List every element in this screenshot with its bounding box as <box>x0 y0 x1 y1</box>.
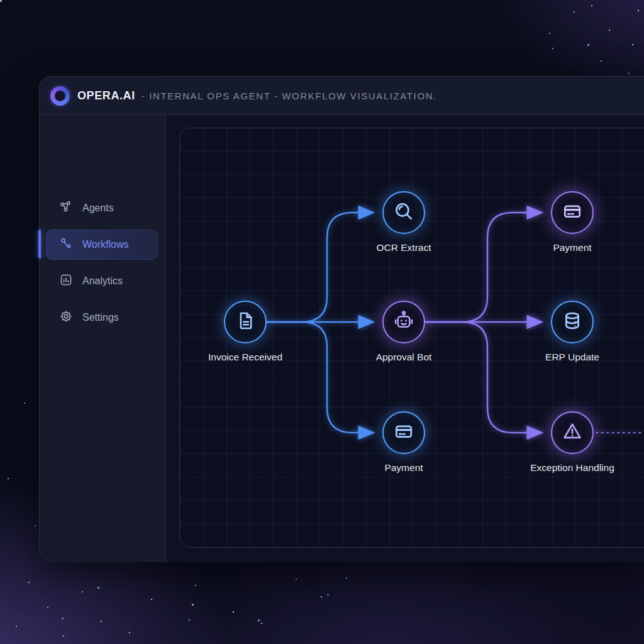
sidebar-item-analytics[interactable]: Analytics <box>46 266 158 296</box>
node-label-approval-bot: Approval Bot <box>335 352 473 363</box>
sidebar-item-label: Workflows <box>82 239 129 250</box>
sidebar-item-workflows[interactable]: Workflows <box>46 230 158 260</box>
sidebar-item-label: Agents <box>82 203 114 214</box>
node-label-erp-update: ERP Update <box>503 352 641 363</box>
node-exception-handling[interactable] <box>551 411 594 454</box>
node-approval-bot[interactable] <box>382 301 425 343</box>
bar-chart-icon <box>59 273 73 289</box>
active-nav-indicator <box>38 230 41 258</box>
database-icon <box>561 309 584 335</box>
robot-icon <box>392 309 415 335</box>
sidebar-item-label: Settings <box>82 312 119 323</box>
header-subtitle: - INTERNAL OPS AGENT - WORKFLOW VISUALIZ… <box>142 91 437 101</box>
node-erp-update[interactable] <box>551 301 594 343</box>
node-label-payment-bottom: Payment <box>335 462 473 474</box>
sidebar: Agents Workflows Analy <box>40 115 166 562</box>
starfield-large <box>0 0 2 2</box>
magnifier-icon <box>392 200 415 225</box>
agents-network-icon <box>59 200 73 216</box>
node-payment-bottom[interactable] <box>382 411 425 454</box>
sidebar-item-settings[interactable]: Settings <box>46 303 158 333</box>
sidebar-item-label: Analytics <box>82 275 123 287</box>
gear-icon <box>59 309 73 326</box>
node-label-ocr-extract: OCR Extract <box>335 242 473 253</box>
node-label-exception-handling: Exception Handling <box>503 462 641 474</box>
node-invoice-received[interactable] <box>224 301 267 343</box>
node-payment-top[interactable] <box>551 191 594 234</box>
sidebar-item-agents[interactable]: Agents <box>46 193 158 223</box>
node-ocr-extract[interactable] <box>382 191 425 234</box>
warning-icon <box>561 420 584 445</box>
credit-card-icon <box>392 420 415 445</box>
brand-title: OPERA.AI <box>77 89 135 103</box>
credit-card-icon <box>561 200 584 225</box>
node-label-invoice-received: Invoice Received <box>176 352 314 363</box>
workflow-branch-icon <box>59 236 73 253</box>
opera-logo-icon <box>50 86 70 106</box>
node-label-payment-top: Payment <box>503 242 641 253</box>
header: OPERA.AI - INTERNAL OPS AGENT - WORKFLOW… <box>40 77 644 115</box>
screen: OPERA.AI - INTERNAL OPS AGENT - WORKFLOW… <box>0 0 644 644</box>
document-icon <box>235 310 256 334</box>
